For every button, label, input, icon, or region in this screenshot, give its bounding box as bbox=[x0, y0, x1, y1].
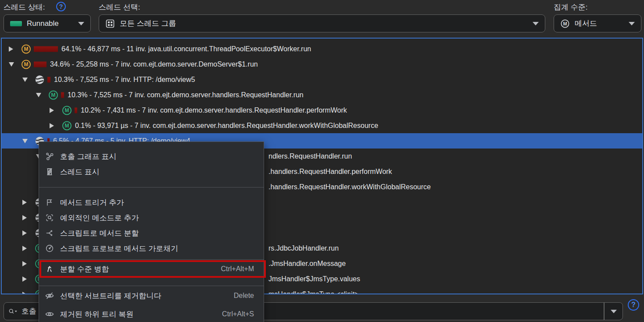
http-request-icon bbox=[35, 75, 44, 84]
time-bar bbox=[75, 107, 77, 113]
thread-selection-dropdown[interactable]: 모든 스레드 그룹 bbox=[99, 14, 545, 32]
call-graph-icon bbox=[45, 152, 54, 161]
menu-item-show-threads[interactable]: 스레드 표시 bbox=[39, 164, 264, 180]
menu-item-shortcut: Ctrl+Alt+M bbox=[221, 265, 254, 273]
tree-row-label: 10.2% - 7,431 ms - 7 inv. com.ejt.demo.s… bbox=[81, 106, 347, 114]
thread-group-grid-icon bbox=[105, 19, 115, 28]
runnable-state-color-icon bbox=[10, 21, 22, 26]
tree-row-label-fragment: JmsHandler$JmsType.values bbox=[268, 275, 360, 283]
thread-selection-label: 스레드 선택: bbox=[99, 2, 140, 12]
menu-item-label: 분할 수준 병합 bbox=[60, 264, 109, 274]
collapse-arrow-icon[interactable] bbox=[9, 62, 14, 67]
time-bar bbox=[61, 92, 64, 98]
method-icon-orange: M bbox=[21, 60, 31, 69]
expand-arrow-icon[interactable] bbox=[22, 261, 27, 266]
collapse-arrow-icon[interactable] bbox=[36, 93, 41, 97]
tree-row[interactable]: M64.1% - 46,877 ms - 11 inv. java.util.c… bbox=[2, 41, 642, 57]
time-bar bbox=[47, 77, 50, 82]
thread-state-value: Runnable bbox=[27, 19, 59, 28]
tree-row[interactable]: 10.3% - 7,525 ms - 7 inv. HTTP: /demo/vi… bbox=[2, 72, 642, 87]
method-circle-icon: M bbox=[560, 19, 570, 28]
menu-separator bbox=[39, 286, 264, 286]
thread-state-label: 스레드 상태: bbox=[4, 2, 45, 12]
menu-item-label: 선택한 서브트리를 제거합니다 bbox=[60, 291, 161, 301]
tree-row[interactable]: M34.6% - 25,258 ms - 7 inv. com.ejt.demo… bbox=[2, 57, 642, 72]
split-icon bbox=[45, 228, 54, 238]
aggregation-level-dropdown[interactable]: M 메서드 bbox=[554, 14, 641, 32]
menu-item-shortcut: Delete bbox=[234, 292, 254, 300]
thread-state-dropdown[interactable]: Runnable bbox=[4, 14, 91, 32]
eye-off-icon bbox=[45, 291, 54, 301]
tree-row-label-fragment: ndlers.RequestHandler.run bbox=[268, 152, 352, 160]
search-icon[interactable] bbox=[8, 307, 18, 316]
view-help-icon[interactable]: ? bbox=[628, 299, 639, 311]
tree-row-label: 64.1% - 46,877 ms - 11 inv. java.util.co… bbox=[61, 45, 311, 53]
divider bbox=[604, 303, 605, 320]
method-icon-green: M bbox=[62, 121, 72, 130]
expand-arrow-icon[interactable] bbox=[22, 246, 27, 251]
method-icon-green: M bbox=[49, 90, 58, 99]
aggregation-value: 메서드 bbox=[575, 18, 597, 28]
profiler-window: 스레드 상태: ? 스레드 선택: 집계 수준: Runnable 모든 스레드… bbox=[0, 0, 644, 322]
merge-icon bbox=[45, 264, 54, 274]
threads-icon bbox=[45, 167, 54, 177]
expand-arrow-icon[interactable] bbox=[22, 276, 27, 282]
menu-item-label: 스크립트 프로브로 메서드 가로채기 bbox=[60, 244, 178, 254]
tree-row-label-fragment: rs.JdbcJobHandler.run bbox=[268, 244, 339, 252]
tree-row-label-fragment: .handlers.RequestHandler.workWithGlobalR… bbox=[268, 183, 431, 191]
tree-row[interactable]: M10.2% - 7,431 ms - 7 inv. com.ejt.demo.… bbox=[2, 103, 642, 118]
tree-row-label-fragment: msHandler$JmsType.<clinit> bbox=[268, 290, 358, 295]
menu-separator bbox=[39, 259, 264, 260]
search-history-chevron-icon[interactable] bbox=[611, 310, 617, 313]
chevron-down-icon bbox=[629, 22, 635, 25]
expand-arrow-icon[interactable] bbox=[9, 46, 13, 52]
expand-arrow-icon[interactable] bbox=[22, 215, 27, 220]
tree-row-label: 0.1% - 93,971 µs - 7 inv. com.ejt.demo.s… bbox=[75, 122, 378, 130]
menu-item-restore-removed-subtrees[interactable]: 제거된 하위 트리 복원Ctrl+Alt+S bbox=[39, 307, 264, 322]
tree-row[interactable]: M10.3% - 7,525 ms - 7 inv. com.ejt.demo.… bbox=[2, 87, 642, 103]
menu-separator bbox=[39, 187, 264, 188]
collapse-arrow-icon[interactable] bbox=[22, 78, 28, 82]
context-menu: 호출 그래프 표시스레드 표시메서드 트리거 추가예외적인 메소드로 추가스크립… bbox=[39, 142, 264, 322]
menu-item-split-method-with-script[interactable]: 스크립트로 메서드 분할 bbox=[39, 226, 264, 241]
menu-item-shortcut: Ctrl+Alt+S bbox=[222, 310, 254, 318]
menu-item-merge-splitting-level[interactable]: 분할 수준 병합Ctrl+Alt+M bbox=[39, 262, 264, 277]
tree-row-label-fragment: .JmsHandler.onMessage bbox=[268, 260, 346, 268]
menu-item-label: 스크립트로 메서드 분할 bbox=[60, 228, 139, 238]
aggregation-level-label: 집계 수준: bbox=[554, 2, 587, 12]
gauge-icon bbox=[45, 244, 54, 253]
expand-arrow-icon[interactable] bbox=[50, 123, 54, 128]
tree-row-label: 10.3% - 7,525 ms - 7 inv. HTTP: /demo/vi… bbox=[54, 76, 195, 84]
expand-arrow-icon[interactable] bbox=[50, 108, 54, 113]
menu-item-label: 메서드 트리거 추가 bbox=[60, 198, 124, 208]
menu-item-label: 예외적인 메소드로 추가 bbox=[60, 213, 139, 223]
expand-arrow-icon[interactable] bbox=[22, 230, 27, 236]
tree-row[interactable]: M0.1% - 93,971 µs - 7 inv. com.ejt.demo.… bbox=[2, 118, 642, 133]
flag-icon bbox=[45, 198, 54, 207]
chevron-down-icon bbox=[533, 22, 539, 25]
menu-item-label: 제거된 하위 트리 복원 bbox=[60, 309, 133, 319]
menu-item-add-method-trigger[interactable]: 메서드 트리거 추가 bbox=[39, 195, 264, 210]
search-text: 호출 bbox=[21, 306, 36, 316]
menu-item-remove-selected-subtree[interactable]: 선택한 서브트리를 제거합니다Delete bbox=[39, 288, 264, 304]
expand-arrow-icon[interactable] bbox=[22, 292, 27, 295]
method-icon-green: M bbox=[62, 106, 72, 115]
scan-icon bbox=[45, 213, 54, 223]
thread-selection-value: 모든 스레드 그룹 bbox=[120, 18, 176, 28]
expand-arrow-icon[interactable] bbox=[22, 200, 27, 205]
tree-row-label-fragment: .handlers.RequestHandler.performWork bbox=[268, 168, 392, 176]
menu-item-label: 스레드 표시 bbox=[60, 167, 100, 177]
method-icon-orange: M bbox=[21, 44, 31, 53]
thread-state-help-icon[interactable]: ? bbox=[56, 2, 66, 11]
time-bar bbox=[34, 46, 58, 52]
eye-icon bbox=[45, 309, 54, 319]
tree-row-label: 34.6% - 25,258 ms - 7 inv. com.ejt.demo.… bbox=[50, 60, 258, 68]
chevron-down-icon bbox=[78, 22, 84, 25]
time-bar bbox=[34, 61, 47, 67]
menu-item-show-call-graph[interactable]: 호출 그래프 표시 bbox=[39, 149, 264, 164]
menu-item-add-exceptional-method[interactable]: 예외적인 메소드로 추가 bbox=[39, 210, 264, 226]
tree-row-label: 10.3% - 7,525 ms - 7 inv. com.ejt.demo.s… bbox=[68, 91, 304, 99]
menu-item-label: 호출 그래프 표시 bbox=[60, 152, 116, 162]
collapse-arrow-icon[interactable] bbox=[22, 139, 28, 143]
menu-item-intercept-method-with-script-probe[interactable]: 스크립트 프로브로 메서드 가로채기 bbox=[39, 241, 264, 256]
